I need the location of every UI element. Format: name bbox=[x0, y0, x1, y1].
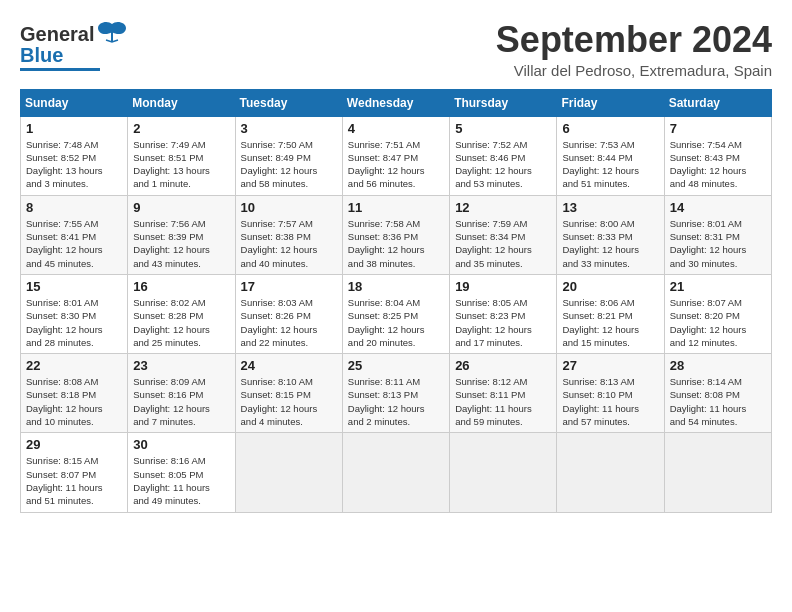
day-number: 29 bbox=[26, 437, 122, 452]
day-info: Sunrise: 8:16 AM Sunset: 8:05 PM Dayligh… bbox=[133, 454, 229, 507]
day-info: Sunrise: 7:55 AM Sunset: 8:41 PM Dayligh… bbox=[26, 217, 122, 270]
calendar-cell: 18Sunrise: 8:04 AM Sunset: 8:25 PM Dayli… bbox=[342, 274, 449, 353]
calendar-cell: 26Sunrise: 8:12 AM Sunset: 8:11 PM Dayli… bbox=[450, 354, 557, 433]
weekday-header-tuesday: Tuesday bbox=[235, 89, 342, 116]
weekday-header-thursday: Thursday bbox=[450, 89, 557, 116]
day-number: 2 bbox=[133, 121, 229, 136]
day-number: 27 bbox=[562, 358, 658, 373]
calendar-cell: 9Sunrise: 7:56 AM Sunset: 8:39 PM Daylig… bbox=[128, 195, 235, 274]
calendar-cell: 1Sunrise: 7:48 AM Sunset: 8:52 PM Daylig… bbox=[21, 116, 128, 195]
day-number: 12 bbox=[455, 200, 551, 215]
calendar-cell: 15Sunrise: 8:01 AM Sunset: 8:30 PM Dayli… bbox=[21, 274, 128, 353]
day-number: 8 bbox=[26, 200, 122, 215]
day-info: Sunrise: 8:02 AM Sunset: 8:28 PM Dayligh… bbox=[133, 296, 229, 349]
day-info: Sunrise: 8:14 AM Sunset: 8:08 PM Dayligh… bbox=[670, 375, 766, 428]
weekday-header-friday: Friday bbox=[557, 89, 664, 116]
day-number: 28 bbox=[670, 358, 766, 373]
day-number: 5 bbox=[455, 121, 551, 136]
day-number: 7 bbox=[670, 121, 766, 136]
day-info: Sunrise: 8:06 AM Sunset: 8:21 PM Dayligh… bbox=[562, 296, 658, 349]
title-area: September 2024 Villar del Pedroso, Extre… bbox=[496, 20, 772, 79]
calendar-cell bbox=[557, 433, 664, 512]
calendar-cell: 10Sunrise: 7:57 AM Sunset: 8:38 PM Dayli… bbox=[235, 195, 342, 274]
weekday-header-sunday: Sunday bbox=[21, 89, 128, 116]
day-number: 19 bbox=[455, 279, 551, 294]
logo: General Blue bbox=[20, 20, 128, 71]
day-number: 10 bbox=[241, 200, 337, 215]
calendar-cell: 23Sunrise: 8:09 AM Sunset: 8:16 PM Dayli… bbox=[128, 354, 235, 433]
calendar-cell bbox=[664, 433, 771, 512]
month-title: September 2024 bbox=[496, 20, 772, 60]
calendar-week-5: 29Sunrise: 8:15 AM Sunset: 8:07 PM Dayli… bbox=[21, 433, 772, 512]
day-info: Sunrise: 8:12 AM Sunset: 8:11 PM Dayligh… bbox=[455, 375, 551, 428]
day-info: Sunrise: 7:56 AM Sunset: 8:39 PM Dayligh… bbox=[133, 217, 229, 270]
calendar-cell bbox=[342, 433, 449, 512]
calendar-cell: 11Sunrise: 7:58 AM Sunset: 8:36 PM Dayli… bbox=[342, 195, 449, 274]
day-number: 11 bbox=[348, 200, 444, 215]
calendar-cell: 12Sunrise: 7:59 AM Sunset: 8:34 PM Dayli… bbox=[450, 195, 557, 274]
calendar-cell: 8Sunrise: 7:55 AM Sunset: 8:41 PM Daylig… bbox=[21, 195, 128, 274]
day-number: 24 bbox=[241, 358, 337, 373]
logo-blue-text: Blue bbox=[20, 44, 63, 67]
weekday-header-wednesday: Wednesday bbox=[342, 89, 449, 116]
day-info: Sunrise: 7:54 AM Sunset: 8:43 PM Dayligh… bbox=[670, 138, 766, 191]
calendar-cell bbox=[450, 433, 557, 512]
calendar-week-1: 1Sunrise: 7:48 AM Sunset: 8:52 PM Daylig… bbox=[21, 116, 772, 195]
day-info: Sunrise: 8:01 AM Sunset: 8:30 PM Dayligh… bbox=[26, 296, 122, 349]
day-number: 15 bbox=[26, 279, 122, 294]
day-info: Sunrise: 7:51 AM Sunset: 8:47 PM Dayligh… bbox=[348, 138, 444, 191]
day-number: 21 bbox=[670, 279, 766, 294]
day-info: Sunrise: 8:04 AM Sunset: 8:25 PM Dayligh… bbox=[348, 296, 444, 349]
day-info: Sunrise: 7:58 AM Sunset: 8:36 PM Dayligh… bbox=[348, 217, 444, 270]
calendar-table: SundayMondayTuesdayWednesdayThursdayFrid… bbox=[20, 89, 772, 513]
calendar-cell: 19Sunrise: 8:05 AM Sunset: 8:23 PM Dayli… bbox=[450, 274, 557, 353]
day-info: Sunrise: 8:08 AM Sunset: 8:18 PM Dayligh… bbox=[26, 375, 122, 428]
calendar-body: 1Sunrise: 7:48 AM Sunset: 8:52 PM Daylig… bbox=[21, 116, 772, 512]
day-number: 13 bbox=[562, 200, 658, 215]
calendar-cell: 28Sunrise: 8:14 AM Sunset: 8:08 PM Dayli… bbox=[664, 354, 771, 433]
day-info: Sunrise: 8:15 AM Sunset: 8:07 PM Dayligh… bbox=[26, 454, 122, 507]
calendar-week-4: 22Sunrise: 8:08 AM Sunset: 8:18 PM Dayli… bbox=[21, 354, 772, 433]
day-number: 26 bbox=[455, 358, 551, 373]
calendar-cell: 29Sunrise: 8:15 AM Sunset: 8:07 PM Dayli… bbox=[21, 433, 128, 512]
day-info: Sunrise: 7:49 AM Sunset: 8:51 PM Dayligh… bbox=[133, 138, 229, 191]
page-header: General Blue September 2024 Villar del P… bbox=[20, 20, 772, 79]
day-number: 22 bbox=[26, 358, 122, 373]
day-number: 4 bbox=[348, 121, 444, 136]
calendar-cell: 30Sunrise: 8:16 AM Sunset: 8:05 PM Dayli… bbox=[128, 433, 235, 512]
calendar-cell: 5Sunrise: 7:52 AM Sunset: 8:46 PM Daylig… bbox=[450, 116, 557, 195]
day-info: Sunrise: 8:03 AM Sunset: 8:26 PM Dayligh… bbox=[241, 296, 337, 349]
day-number: 6 bbox=[562, 121, 658, 136]
calendar-cell: 25Sunrise: 8:11 AM Sunset: 8:13 PM Dayli… bbox=[342, 354, 449, 433]
day-info: Sunrise: 8:07 AM Sunset: 8:20 PM Dayligh… bbox=[670, 296, 766, 349]
day-info: Sunrise: 7:59 AM Sunset: 8:34 PM Dayligh… bbox=[455, 217, 551, 270]
day-info: Sunrise: 7:57 AM Sunset: 8:38 PM Dayligh… bbox=[241, 217, 337, 270]
calendar-cell: 13Sunrise: 8:00 AM Sunset: 8:33 PM Dayli… bbox=[557, 195, 664, 274]
day-number: 14 bbox=[670, 200, 766, 215]
day-info: Sunrise: 7:50 AM Sunset: 8:49 PM Dayligh… bbox=[241, 138, 337, 191]
day-number: 20 bbox=[562, 279, 658, 294]
calendar-cell: 27Sunrise: 8:13 AM Sunset: 8:10 PM Dayli… bbox=[557, 354, 664, 433]
weekday-header-row: SundayMondayTuesdayWednesdayThursdayFrid… bbox=[21, 89, 772, 116]
calendar-header: SundayMondayTuesdayWednesdayThursdayFrid… bbox=[21, 89, 772, 116]
day-info: Sunrise: 8:00 AM Sunset: 8:33 PM Dayligh… bbox=[562, 217, 658, 270]
calendar-cell: 16Sunrise: 8:02 AM Sunset: 8:28 PM Dayli… bbox=[128, 274, 235, 353]
calendar-cell: 7Sunrise: 7:54 AM Sunset: 8:43 PM Daylig… bbox=[664, 116, 771, 195]
day-info: Sunrise: 7:53 AM Sunset: 8:44 PM Dayligh… bbox=[562, 138, 658, 191]
logo-general-text: General bbox=[20, 23, 94, 46]
calendar-cell: 3Sunrise: 7:50 AM Sunset: 8:49 PM Daylig… bbox=[235, 116, 342, 195]
day-number: 1 bbox=[26, 121, 122, 136]
calendar-cell: 14Sunrise: 8:01 AM Sunset: 8:31 PM Dayli… bbox=[664, 195, 771, 274]
day-info: Sunrise: 7:48 AM Sunset: 8:52 PM Dayligh… bbox=[26, 138, 122, 191]
day-info: Sunrise: 8:01 AM Sunset: 8:31 PM Dayligh… bbox=[670, 217, 766, 270]
day-number: 17 bbox=[241, 279, 337, 294]
location-title: Villar del Pedroso, Extremadura, Spain bbox=[496, 62, 772, 79]
calendar-cell: 21Sunrise: 8:07 AM Sunset: 8:20 PM Dayli… bbox=[664, 274, 771, 353]
day-number: 30 bbox=[133, 437, 229, 452]
calendar-cell bbox=[235, 433, 342, 512]
calendar-cell: 20Sunrise: 8:06 AM Sunset: 8:21 PM Dayli… bbox=[557, 274, 664, 353]
day-number: 16 bbox=[133, 279, 229, 294]
day-info: Sunrise: 8:09 AM Sunset: 8:16 PM Dayligh… bbox=[133, 375, 229, 428]
day-info: Sunrise: 7:52 AM Sunset: 8:46 PM Dayligh… bbox=[455, 138, 551, 191]
day-number: 3 bbox=[241, 121, 337, 136]
